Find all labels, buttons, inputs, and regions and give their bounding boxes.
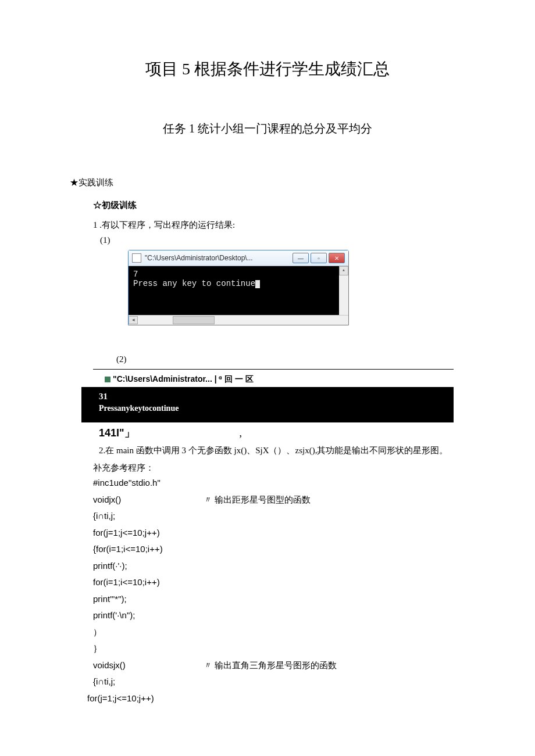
document-page: 项目 5 根据条件进行学生成绩汇总 任务 1 统计小组一门课程的总分及平均分 ★… bbox=[0, 0, 535, 730]
app-icon bbox=[132, 253, 141, 263]
horizontal-scrollbar[interactable]: ◂ bbox=[129, 315, 348, 325]
code-line: #inc1ude"stdio.h" bbox=[93, 475, 454, 492]
code-line: printf('·\n"); bbox=[93, 607, 454, 624]
window-title-text: "C:\Users\Administrator\Desktop\... bbox=[145, 254, 293, 262]
code-line: for(i=1;i<=10;i++) bbox=[93, 574, 454, 591]
code-line: for(j=1;j<=10;j++) bbox=[93, 525, 454, 542]
code-line: ｝ bbox=[93, 640, 454, 657]
console2-line-2: Pressanykeytocontinue bbox=[99, 404, 436, 413]
code-line: voidjx() 〃 输出距形星号图型的函数 bbox=[93, 492, 454, 508]
question-2-sub: 补充参考程序： bbox=[93, 461, 454, 475]
scroll-thumb[interactable] bbox=[173, 316, 215, 324]
code-block: #inc1ude"stdio.h" voidjx() 〃 输出距形星号图型的函数… bbox=[93, 475, 454, 707]
vertical-scrollbar[interactable]: ▴ bbox=[339, 266, 348, 315]
app-icon-2 bbox=[105, 377, 110, 382]
scroll-up-icon[interactable]: ▴ bbox=[339, 266, 348, 275]
page-title: 项目 5 根据条件进行学生成绩汇总 bbox=[81, 58, 454, 80]
section-heading: ★实践训练 bbox=[70, 177, 454, 188]
code-line: {i∩ti,j; bbox=[93, 673, 454, 690]
window-buttons: — ▫ ✕ bbox=[293, 253, 345, 263]
sub-item-2: (2) bbox=[116, 354, 454, 364]
cursor-icon bbox=[255, 280, 260, 288]
question-2: 2.在 main 函数中调用 3 个无参函数 jx()、SjX（）、zsjx()… bbox=[99, 443, 454, 457]
code-line: printf(·'·); bbox=[93, 558, 454, 575]
horizontal-rule bbox=[93, 369, 454, 370]
console-output-2: 31 Pressanykeytocontinue bbox=[81, 387, 454, 422]
code-line: print"'*"); bbox=[93, 591, 454, 608]
code-line: voidsjx() 〃 输出直角三角形星号图形的函数 bbox=[93, 657, 454, 674]
close-button[interactable]: ✕ bbox=[329, 253, 345, 263]
minimize-button[interactable]: — bbox=[293, 253, 309, 263]
console2-line-1: 31 bbox=[99, 392, 436, 402]
code-line: {i∩ti,j; bbox=[93, 508, 454, 525]
question-1: 1 .有以下程序，写出程序的运行结果: bbox=[93, 220, 454, 231]
code-line: for(j=1;j<=10;j++) bbox=[87, 690, 454, 707]
maximize-button[interactable]: ▫ bbox=[311, 253, 327, 263]
console-output: 7 Press any key to continue ▴ bbox=[129, 266, 348, 315]
console-line-1: 7 bbox=[133, 270, 344, 279]
code-comment: 〃 输出直角三角形星号图形的函数 bbox=[204, 657, 337, 674]
garbled-footer: 141I"」, bbox=[99, 426, 454, 440]
subsection-heading: ☆初级训练 bbox=[93, 200, 454, 211]
scroll-left-icon[interactable]: ◂ bbox=[129, 316, 138, 324]
task-subtitle: 任务 1 统计小组一门课程的总分及平均分 bbox=[81, 121, 454, 137]
window-2-title: "C:\Users\Administrator... | ᵅ 回 一 区 bbox=[105, 374, 454, 385]
sub-item-1: (1) bbox=[100, 235, 454, 245]
console-window-1: "C:\Users\Administrator\Desktop\... — ▫ … bbox=[128, 250, 349, 325]
code-line: {for(i=1;i<=10;i++) bbox=[93, 541, 454, 558]
window-2-title-text: "C:\Users\Administrator... | ᵅ 回 一 区 bbox=[113, 374, 254, 385]
code-comment: 〃 输出距形星号图型的函数 bbox=[204, 492, 311, 508]
console-line-2: Press any key to continue bbox=[133, 279, 344, 288]
code-line: ） bbox=[93, 624, 454, 641]
window-titlebar: "C:\Users\Administrator\Desktop\... — ▫ … bbox=[129, 250, 348, 266]
